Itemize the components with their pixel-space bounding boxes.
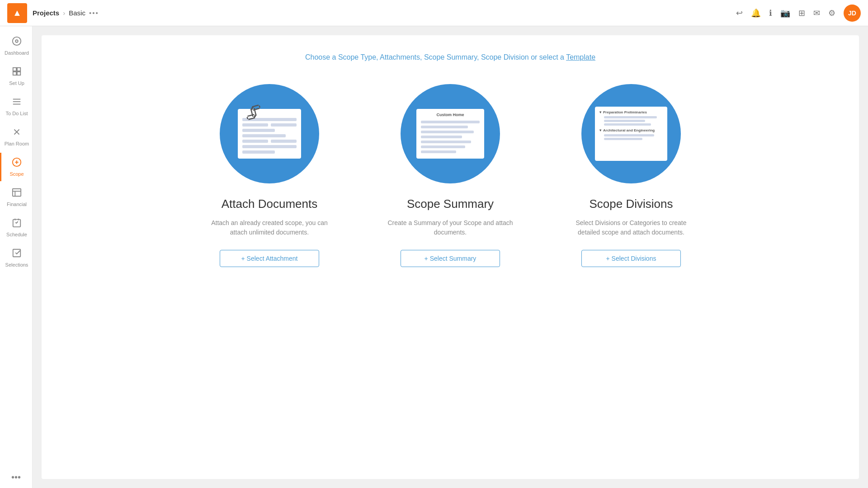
user-avatar[interactable]: JD <box>844 5 861 22</box>
scope-cards-row: 🖇 Attach Documents Attach an already cre… <box>69 84 832 267</box>
nav-projects[interactable]: Projects <box>33 9 59 17</box>
attach-documents-card: 🖇 Attach Documents Attach an already cre… <box>197 84 342 267</box>
summary-description: Create a Summary of your Scope and attac… <box>387 218 514 237</box>
sidebar-item-scope[interactable]: Scope <box>0 153 32 181</box>
divisions-title: Scope Divisions <box>590 197 673 211</box>
more-menu[interactable]: ••• <box>6 467 26 488</box>
header-nav: Projects › Basic ••• <box>33 9 99 17</box>
schedule-icon <box>12 218 22 230</box>
info-icon[interactable]: ℹ <box>769 8 772 18</box>
video-icon[interactable]: 📷 <box>780 8 790 18</box>
sidebar-item-financial[interactable]: Financial <box>0 183 32 211</box>
sidebar-item-selections[interactable]: Selections <box>0 244 32 272</box>
divisions-illustration: ▾ Preparation Preliminaries <box>581 84 681 183</box>
svg-rect-14 <box>13 189 21 197</box>
svg-rect-20 <box>13 249 21 257</box>
settings-icon[interactable]: ⚙ <box>828 8 835 18</box>
selections-icon <box>12 248 22 260</box>
undo-icon[interactable]: ↩ <box>736 8 743 18</box>
bell-icon[interactable]: 🔔 <box>751 8 761 18</box>
sidebar-item-todo[interactable]: To Do List <box>0 92 32 121</box>
scope-divisions-card: ▾ Preparation Preliminaries <box>559 84 703 267</box>
dashboard-icon <box>12 36 22 48</box>
scope-icon <box>12 157 22 169</box>
setup-icon <box>12 66 22 79</box>
header-icons: ↩ 🔔 ℹ 📷 ⊞ ✉ ⚙ JD <box>736 5 861 22</box>
todo-icon <box>12 97 22 109</box>
summary-title: Scope Summary <box>407 197 494 211</box>
select-divisions-button[interactable]: + Select Divisions <box>581 250 681 267</box>
svg-rect-3 <box>17 68 20 71</box>
sidebar: Dashboard Set Up To Do List Plan Room Sc… <box>0 26 33 488</box>
attach-title: Attach Documents <box>222 197 317 211</box>
summary-doc: Custom Home <box>416 109 484 159</box>
svg-rect-5 <box>17 72 20 75</box>
divisions-description: Select Divisions or Categories to create… <box>568 218 694 237</box>
sidebar-item-setup[interactable]: Set Up <box>0 62 32 90</box>
svg-point-1 <box>15 40 18 42</box>
main-layout: Dashboard Set Up To Do List Plan Room Sc… <box>0 26 868 488</box>
nav-basic[interactable]: Basic <box>69 9 85 17</box>
svg-point-0 <box>13 37 21 45</box>
financial-icon <box>12 188 22 200</box>
summary-illustration: Custom Home <box>401 84 500 183</box>
svg-rect-2 <box>13 68 16 71</box>
mail-icon[interactable]: ✉ <box>813 8 820 18</box>
main-content: Choose a Scope Type, Attachments, Scope … <box>33 26 868 488</box>
sidebar-item-schedule[interactable]: Schedule <box>0 213 32 242</box>
sidebar-item-planroom[interactable]: Plan Room <box>0 122 32 151</box>
nav-dots[interactable]: ••• <box>89 9 99 17</box>
attach-illustration: 🖇 <box>220 84 319 183</box>
attach-description: Attach an already created scope, you can… <box>206 218 333 237</box>
svg-rect-4 <box>13 72 16 75</box>
grid-icon[interactable]: ⊞ <box>798 8 805 18</box>
app-header: ▲ Projects › Basic ••• ↩ 🔔 ℹ 📷 ⊞ ✉ ⚙ JD <box>0 0 868 26</box>
app-logo[interactable]: ▲ <box>7 3 27 23</box>
instruction-text: Choose a Scope Type, Attachments, Scope … <box>69 53 832 61</box>
content-card: Choose a Scope Type, Attachments, Scope … <box>42 35 859 479</box>
scope-summary-card: Custom Home Scope <box>378 84 523 267</box>
template-link[interactable]: Template <box>566 53 595 61</box>
select-attachment-button[interactable]: + Select Attachment <box>220 250 319 267</box>
planroom-icon <box>12 127 22 139</box>
sidebar-item-dashboard[interactable]: Dashboard <box>0 32 32 60</box>
select-summary-button[interactable]: + Select Summary <box>401 250 500 267</box>
divisions-doc: ▾ Preparation Preliminaries <box>595 107 667 161</box>
